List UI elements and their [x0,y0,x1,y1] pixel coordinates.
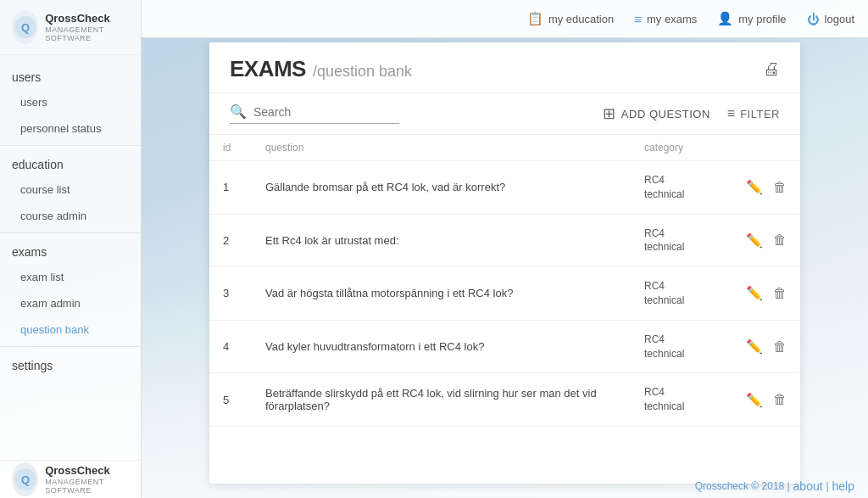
svg-text:Q: Q [21,21,30,34]
panel-header: EXAMS /question bank 🖨 [209,42,800,93]
category-main: RC4 [644,279,719,294]
sidebar-item-question-bank[interactable]: question bank [0,316,141,343]
topnav: 📋 my education ≡ my exams 👤 my profile ⏻… [142,0,868,38]
table-header-row: id question category [209,135,800,161]
panel-title-main: EXAMS [230,56,306,82]
footer-help-link[interactable]: help [832,479,854,493]
sidebar-item-course-list[interactable]: course list [0,176,141,203]
topnav-my-education[interactable]: 📋 my education [527,11,614,26]
cell-actions: ✏️ 🗑 [732,373,800,427]
profile-icon: 👤 [717,11,733,26]
page-footer: Qrosscheck © 2018 | about | help [0,474,868,498]
cell-category: RC4 technical [631,161,732,215]
cell-question: Vad kyler huvudtransformatorn i ett RC4 … [252,320,631,373]
topnav-education-label: my education [548,13,614,25]
category-sub: technical [644,294,719,308]
plus-icon: ⊞ [603,104,616,123]
edit-icon[interactable]: ✏️ [746,339,763,355]
cell-question: Beträffande slirskydd på ett RC4 lok, vi… [252,373,631,427]
education-icon: 📋 [527,11,543,26]
print-icon: 🖨 [763,59,780,78]
edit-icon[interactable]: ✏️ [746,392,763,408]
category-main: RC4 [644,333,719,347]
exams-icon: ≡ [634,12,642,26]
sidebar-item-course-admin[interactable]: course admin [0,203,141,229]
filter-area[interactable]: ≡ FILTER [727,106,780,121]
delete-icon[interactable]: 🗑 [773,392,787,407]
filter-icon: ≡ [727,106,735,121]
cell-actions: ✏️ 🗑 [732,320,800,373]
delete-icon[interactable]: 🗑 [773,339,787,355]
col-header-question: question [252,135,631,161]
search-icon: 🔍 [230,104,247,120]
sidebar-divider-1 [0,145,141,146]
sidebar-section-education: education [0,149,141,176]
cell-question: Gällande bromsar på ett RC4 lok, vad är … [252,161,631,215]
cell-id: 3 [209,267,252,321]
add-question-label: ADD QUESTION [621,108,710,120]
main-panel: EXAMS /question bank 🖨 🔍 ⊞ ADD QUESTION … [209,42,800,484]
search-area: 🔍 [230,104,399,124]
panel-title-sub: /question bank [313,63,412,81]
table-row: 1 Gällande bromsar på ett RC4 lok, vad ä… [209,161,800,215]
cell-category: RC4 technical [631,373,732,427]
sidebar-item-exam-list[interactable]: exam list [0,264,141,290]
edit-icon[interactable]: ✏️ [746,285,763,301]
table-row: 3 Vad är högsta tillåtna motorspänning i… [209,267,800,321]
cell-id: 1 [209,161,252,215]
col-header-actions [732,135,800,161]
logo-icon: Q [12,10,38,44]
category-sub: technical [644,400,719,414]
category-main: RC4 [644,385,719,400]
sidebar: Q QrossCheck MANAGEMENT SOFTWARE users u… [0,0,142,498]
cell-id: 2 [209,214,252,267]
delete-icon[interactable]: 🗑 [773,286,787,301]
cell-actions: ✏️ 🗑 [732,161,800,215]
add-question-button[interactable]: ⊞ ADD QUESTION [603,104,709,123]
cell-actions: ✏️ 🗑 [732,267,800,321]
search-input[interactable] [253,105,381,119]
cell-question: Ett Rc4 lok är utrustat med: [252,214,631,267]
delete-icon[interactable]: 🗑 [773,232,787,248]
sidebar-item-exam-admin[interactable]: exam admin [0,290,141,316]
category-main: RC4 [644,173,719,187]
cell-category: RC4 technical [631,320,732,373]
table-row: 4 Vad kyler huvudtransformatorn i ett RC… [209,320,800,373]
cell-category: RC4 technical [631,267,732,321]
sidebar-logo-area: Q QrossCheck MANAGEMENT SOFTWARE [0,0,141,55]
logo-name: QrossCheck [45,12,129,25]
cell-question: Vad är högsta tillåtna motorspänning i e… [252,267,631,321]
edit-icon[interactable]: ✏️ [746,232,763,249]
sidebar-section-settings[interactable]: settings [0,350,141,378]
cell-id: 5 [209,373,252,427]
sidebar-divider-3 [0,346,141,347]
sidebar-section-exams: exams [0,237,141,264]
topnav-profile-label: my profile [738,13,786,25]
cell-actions: ✏️ 🗑 [732,214,800,267]
topnav-my-profile[interactable]: 👤 my profile [717,11,786,26]
topnav-exams-label: my exams [647,13,697,25]
logo-text-area: QrossCheck MANAGEMENT SOFTWARE [45,12,129,42]
category-sub: technical [644,240,719,255]
table-row: 5 Beträffande slirskydd på ett RC4 lok, … [209,373,800,427]
category-main: RC4 [644,227,719,241]
logo-subtitle: MANAGEMENT SOFTWARE [45,25,129,42]
edit-icon[interactable]: ✏️ [746,179,763,195]
topnav-my-exams[interactable]: ≡ my exams [634,12,697,26]
category-sub: technical [644,347,719,361]
filter-label: FILTER [740,108,780,120]
logout-icon: ⏻ [807,12,820,26]
sidebar-item-personnel-status[interactable]: personnel status [0,115,141,142]
delete-icon[interactable]: 🗑 [773,180,787,195]
cell-category: RC4 technical [631,214,732,267]
cell-id: 4 [209,320,252,373]
print-button[interactable]: 🖨 [763,59,780,79]
footer-about-link[interactable]: about [793,479,823,493]
sidebar-nav: users users personnel status education c… [0,55,141,498]
sidebar-item-users[interactable]: users [0,89,141,115]
sidebar-divider-2 [0,232,141,233]
footer-copyright: Qrosscheck © 2018 | [695,480,790,492]
sidebar-section-users: users [0,62,141,89]
question-table: id question category 1 Gällande bromsar … [209,134,800,427]
topnav-logout[interactable]: ⏻ logout [807,12,854,26]
